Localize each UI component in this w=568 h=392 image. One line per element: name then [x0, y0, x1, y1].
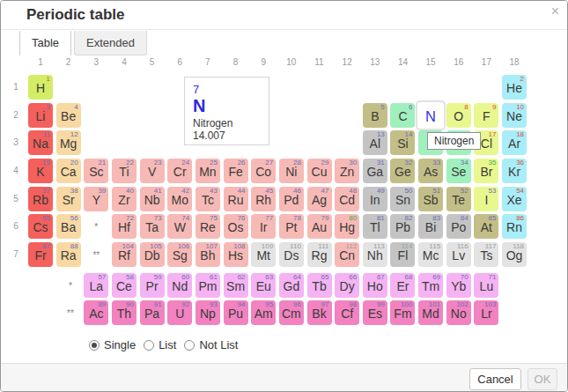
element-Cs[interactable]: 55Cs	[28, 214, 53, 239]
tab-table[interactable]: Table	[19, 31, 71, 55]
element-Pu[interactable]: 94Pu	[224, 300, 248, 325]
element-Ne[interactable]: 10Ne	[502, 103, 527, 128]
element-Ir[interactable]: 77Ir	[251, 214, 276, 239]
element-Mn[interactable]: 25Mn	[195, 159, 220, 183]
element-Bi[interactable]: 83Bi	[418, 214, 443, 239]
element-Sc[interactable]: 21Sc	[84, 159, 108, 183]
element-Cn[interactable]: 112Cn	[335, 242, 359, 267]
element-Pd[interactable]: 46Pd	[279, 187, 304, 211]
element-Lr[interactable]: 103Lr	[474, 300, 498, 325]
element-Li[interactable]: 3Li	[28, 103, 53, 128]
element-Sm[interactable]: 62Sm	[224, 273, 248, 298]
element-Ca[interactable]: 20Ca	[56, 159, 81, 183]
element-Kr[interactable]: 36Kr	[502, 159, 527, 183]
element-Nb[interactable]: 41Nb	[140, 187, 165, 211]
element-Ag[interactable]: 47Ag	[307, 187, 332, 211]
element-Ar[interactable]: 18Ar	[502, 130, 527, 155]
element-Cm[interactable]: 96Cm	[279, 300, 304, 325]
radio-not-list[interactable]: Not List	[184, 338, 238, 351]
element-Sn[interactable]: 50Sn	[390, 187, 415, 211]
element-Al[interactable]: 13Al	[363, 130, 387, 155]
element-Ni[interactable]: 28Ni	[279, 159, 304, 183]
element-Os[interactable]: 76Os	[224, 214, 248, 239]
element-Fl[interactable]: 114Fl	[390, 242, 415, 267]
element-Zn[interactable]: 30Zn	[335, 159, 359, 183]
close-icon[interactable]: ×	[551, 4, 559, 18]
element-Pt[interactable]: 78Pt	[279, 214, 304, 239]
element-Ra[interactable]: 88Ra	[56, 242, 81, 267]
element-Pr[interactable]: 59Pr	[140, 273, 165, 298]
element-Ds[interactable]: 110Ds	[279, 242, 304, 267]
element-Bk[interactable]: 97Bk	[307, 300, 332, 325]
element-Fr[interactable]: 87Fr	[28, 242, 53, 267]
element-Eu[interactable]: 63Eu	[251, 273, 276, 298]
element-Nd[interactable]: 60Nd	[167, 273, 192, 298]
element-Np[interactable]: 93Np	[195, 300, 220, 325]
element-Ru[interactable]: 44Ru	[224, 187, 248, 211]
element-Se[interactable]: 34Se	[446, 159, 471, 183]
element-Pm[interactable]: 61Pm	[195, 273, 220, 298]
element-Sb[interactable]: 51Sb	[418, 187, 443, 211]
radio-list[interactable]: List	[144, 338, 176, 351]
element-Cu[interactable]: 29Cu	[307, 159, 332, 183]
element-Gd[interactable]: 64Gd	[279, 273, 304, 298]
element-Dy[interactable]: 66Dy	[335, 273, 359, 298]
element-Ga[interactable]: 31Ga	[363, 159, 387, 183]
element-C[interactable]: 6C	[390, 103, 415, 128]
element-Fm[interactable]: 100Fm	[390, 300, 415, 325]
element-Er[interactable]: 68Er	[390, 273, 415, 298]
element-Mt[interactable]: 109Mt	[251, 242, 276, 267]
radio-circle-icon[interactable]	[89, 340, 100, 351]
element-K[interactable]: 19K	[28, 159, 53, 183]
element-Zr[interactable]: 40Zr	[112, 187, 136, 211]
element-Tb[interactable]: 65Tb	[307, 273, 332, 298]
element-Tm[interactable]: 69Tm	[418, 273, 443, 298]
element-Am[interactable]: 95Am	[251, 300, 276, 325]
element-Ho[interactable]: 67Ho	[363, 273, 387, 298]
element-Md[interactable]: 101Md	[418, 300, 443, 325]
element-Te[interactable]: 52Te	[446, 187, 471, 211]
element-No[interactable]: 102No	[446, 300, 471, 325]
element-W[interactable]: 74W	[167, 214, 192, 239]
element-Pa[interactable]: 91Pa	[140, 300, 165, 325]
element-As[interactable]: 33As	[418, 159, 443, 183]
element-Tc[interactable]: 43Tc	[195, 187, 220, 211]
element-O[interactable]: 8O	[446, 103, 471, 128]
element-Fe[interactable]: 26Fe	[224, 159, 248, 183]
element-Lu[interactable]: 71Lu	[474, 273, 498, 298]
element-Hg[interactable]: 80Hg	[335, 214, 359, 239]
element-Br[interactable]: 35Br	[474, 159, 498, 183]
element-Ta[interactable]: 73Ta	[140, 214, 165, 239]
element-Th[interactable]: 90Th	[112, 300, 136, 325]
element-At[interactable]: 85At	[474, 214, 498, 239]
ok-button[interactable]: OK	[527, 368, 557, 390]
element-Db[interactable]: 105Db	[140, 242, 165, 267]
element-Lv[interactable]: 116Lv	[446, 242, 471, 267]
element-Ts[interactable]: 117Ts	[474, 242, 498, 267]
element-He[interactable]: 2He	[502, 75, 527, 100]
radio-single[interactable]: Single	[89, 338, 136, 351]
element-Rn[interactable]: 86Rn	[502, 214, 527, 239]
element-Sr[interactable]: 38Sr	[56, 187, 81, 211]
radio-circle-icon[interactable]	[144, 340, 154, 351]
element-Sg[interactable]: 106Sg	[167, 242, 192, 267]
element-Bh[interactable]: 107Bh	[195, 242, 220, 267]
element-Cf[interactable]: 98Cf	[335, 300, 359, 325]
radio-circle-icon[interactable]	[184, 340, 195, 351]
element-Xe[interactable]: 54Xe	[502, 187, 527, 211]
element-Y[interactable]: 39Y	[84, 187, 108, 211]
element-Hf[interactable]: 72Hf	[112, 214, 136, 239]
element-N[interactable]: N	[417, 100, 446, 129]
element-Nh[interactable]: 113Nh	[363, 242, 387, 267]
element-B[interactable]: 5B	[363, 103, 387, 128]
element-Cr[interactable]: 24Cr	[167, 159, 192, 183]
element-V[interactable]: 23V	[140, 159, 165, 183]
element-H[interactable]: 1H	[28, 75, 53, 100]
element-Ge[interactable]: 32Ge	[390, 159, 415, 183]
element-Yb[interactable]: 70Yb	[446, 273, 471, 298]
element-Rg[interactable]: 111Rg	[307, 242, 332, 267]
element-Rb[interactable]: 37Rb	[28, 187, 53, 211]
element-Og[interactable]: 118Og	[502, 242, 527, 267]
element-Es[interactable]: 99Es	[363, 300, 387, 325]
element-Po[interactable]: 84Po	[446, 214, 471, 239]
